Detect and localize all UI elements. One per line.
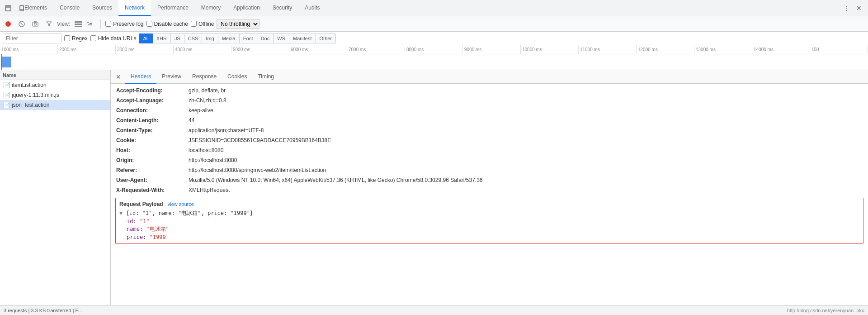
- timeline-chart: [0, 54, 868, 70]
- filter-type-doc[interactable]: Doc: [257, 33, 274, 43]
- tab-security[interactable]: Security: [266, 0, 298, 16]
- detail-tab-headers[interactable]: Headers: [125, 70, 156, 84]
- hide-data-checkbox[interactable]: [90, 35, 96, 41]
- tab-audits[interactable]: Audits: [298, 0, 326, 16]
- file-icon-2: 📄: [4, 102, 10, 108]
- filter-type-manifest[interactable]: Manifest: [289, 33, 316, 43]
- detail-close-btn[interactable]: ✕: [113, 72, 123, 82]
- filter-type-other[interactable]: Other: [316, 33, 336, 43]
- view-icons: [73, 19, 96, 29]
- file-list-header: Name: [0, 70, 110, 80]
- headers-content: Accept-Encoding: gzip, deflate, br Accep…: [111, 84, 868, 248]
- tab-performance[interactable]: Performance: [151, 0, 195, 16]
- svg-rect-7: [33, 22, 38, 26]
- detail-panel: ✕ Headers Preview Response Cookies Timin…: [111, 70, 868, 305]
- tick-2: 2000 ms: [58, 45, 116, 54]
- payload-section: Request Payload view source ▼ {id: "1", …: [115, 198, 863, 244]
- filter-type-img[interactable]: Img: [202, 33, 218, 43]
- close-devtools-icon[interactable]: ✕: [854, 3, 864, 14]
- status-bar: 3 requests | 3.3 KB transferred | Fi... …: [0, 305, 868, 315]
- tick-5: 5000 ms: [231, 45, 289, 54]
- svg-rect-2: [20, 5, 24, 11]
- tick-1: 1000 ms: [0, 45, 58, 54]
- screenshot-btn[interactable]: [30, 19, 41, 29]
- view-label: View:: [57, 21, 70, 27]
- filter-type-ws[interactable]: WS: [274, 33, 289, 43]
- payload-tree: ▼ {id: "1", name: "电冰箱", price: "1999"} …: [119, 209, 859, 241]
- tick-14: 14000 ms: [752, 45, 810, 54]
- filter-type-js[interactable]: JS: [171, 33, 184, 43]
- hide-data-label[interactable]: Hide data URLs: [90, 35, 137, 42]
- throttle-dropdown[interactable]: No throttling: [217, 19, 259, 29]
- payload-summary-line[interactable]: ▼ {id: "1", name: "电冰箱", price: "1999"}: [119, 209, 859, 218]
- filter-icon[interactable]: [43, 19, 54, 29]
- svg-rect-1: [5, 5, 11, 8]
- view-list-icon[interactable]: [73, 19, 84, 29]
- regex-label[interactable]: Regex: [64, 35, 88, 42]
- toolbar-divider: [100, 19, 101, 29]
- svg-rect-11: [75, 24, 82, 25]
- tab-network[interactable]: Network: [118, 0, 151, 16]
- header-row-10: X-Requested-With: XMLHttpRequest: [111, 185, 868, 195]
- svg-rect-12: [75, 26, 82, 27]
- status-left: 3 requests | 3.3 KB transferred | Fi...: [4, 308, 84, 313]
- svg-point-4: [5, 21, 11, 27]
- preserve-log-label[interactable]: Preserve log: [105, 21, 143, 27]
- svg-rect-14: [90, 23, 92, 24]
- tab-sources[interactable]: Sources: [86, 0, 118, 16]
- record-btn[interactable]: [3, 19, 14, 29]
- filter-type-xhr[interactable]: XHR: [153, 33, 171, 43]
- detail-tab-preview[interactable]: Preview: [156, 70, 187, 84]
- more-tabs-icon[interactable]: ⋮: [841, 3, 852, 14]
- payload-triangle[interactable]: ▼: [119, 210, 126, 216]
- dock-icon[interactable]: [3, 3, 14, 14]
- header-row-3: Content-Length: 44: [111, 115, 868, 125]
- regex-checkbox[interactable]: [64, 35, 70, 41]
- payload-title: Request Payload: [119, 201, 163, 207]
- svg-rect-13: [87, 22, 89, 23]
- filter-type-all[interactable]: All: [139, 33, 152, 43]
- filter-type-media[interactable]: Media: [218, 33, 240, 43]
- disable-cache-label[interactable]: Disable cache: [146, 21, 188, 27]
- header-row-8: Referer: http://localhost:8080/springmvc…: [111, 165, 868, 175]
- tab-console[interactable]: Console: [53, 0, 86, 16]
- svg-line-6: [20, 23, 23, 25]
- tick-7: 7000 ms: [347, 45, 405, 54]
- device-toggle-icon[interactable]: [16, 3, 27, 14]
- detail-tab-cookies[interactable]: Cookies: [222, 70, 252, 84]
- timeline-bar: [1, 57, 11, 67]
- timeline-marker: [1, 54, 2, 70]
- payload-price-line: price: "1999": [127, 234, 859, 241]
- throttle-select[interactable]: No throttling: [217, 19, 259, 29]
- filter-input[interactable]: [3, 33, 61, 43]
- tick-3: 3000 ms: [116, 45, 174, 54]
- tick-11: 11000 ms: [579, 45, 637, 54]
- view-waterfall-icon[interactable]: [85, 19, 96, 29]
- tick-12: 12000 ms: [637, 45, 694, 54]
- tick-13: 13000 ms: [694, 45, 752, 54]
- header-row-7: Origin: http://localhost:8080: [111, 155, 868, 165]
- header-row-0: Accept-Encoding: gzip, deflate, br: [111, 86, 868, 95]
- clear-btn[interactable]: [16, 19, 27, 29]
- tick-9: 9000 ms: [463, 45, 521, 54]
- filter-type-font[interactable]: Font: [240, 33, 257, 43]
- offline-checkbox[interactable]: [191, 21, 197, 27]
- preserve-log-checkbox[interactable]: [105, 21, 111, 27]
- payload-view-source[interactable]: view source: [168, 201, 194, 207]
- devtools-left-icons: [0, 0, 30, 16]
- status-right: http://blog.csdn.net/yerenyuan_pku: [787, 308, 864, 313]
- offline-label[interactable]: Offline: [191, 21, 214, 27]
- tab-memory[interactable]: Memory: [195, 0, 227, 16]
- file-item-0[interactable]: 📄 itemList.action: [0, 80, 110, 90]
- header-row-1: Accept-Language: zh-CN,zh;q=0.8: [111, 95, 868, 105]
- detail-tab-response[interactable]: Response: [187, 70, 222, 84]
- detail-tabs: ✕ Headers Preview Response Cookies Timin…: [111, 70, 868, 84]
- file-item-1[interactable]: 📄 jquery-1.11.3.min.js: [0, 90, 110, 100]
- detail-tab-timing[interactable]: Timing: [252, 70, 279, 84]
- disable-cache-checkbox[interactable]: [146, 21, 152, 27]
- file-item-2[interactable]: 📄 json_test.action: [0, 100, 110, 110]
- filter-type-css[interactable]: CSS: [184, 33, 203, 43]
- payload-header: Request Payload view source: [119, 201, 859, 207]
- file-list: Name 📄 itemList.action 📄 jquery-1.11.3.m…: [0, 70, 111, 305]
- tab-application[interactable]: Application: [227, 0, 266, 16]
